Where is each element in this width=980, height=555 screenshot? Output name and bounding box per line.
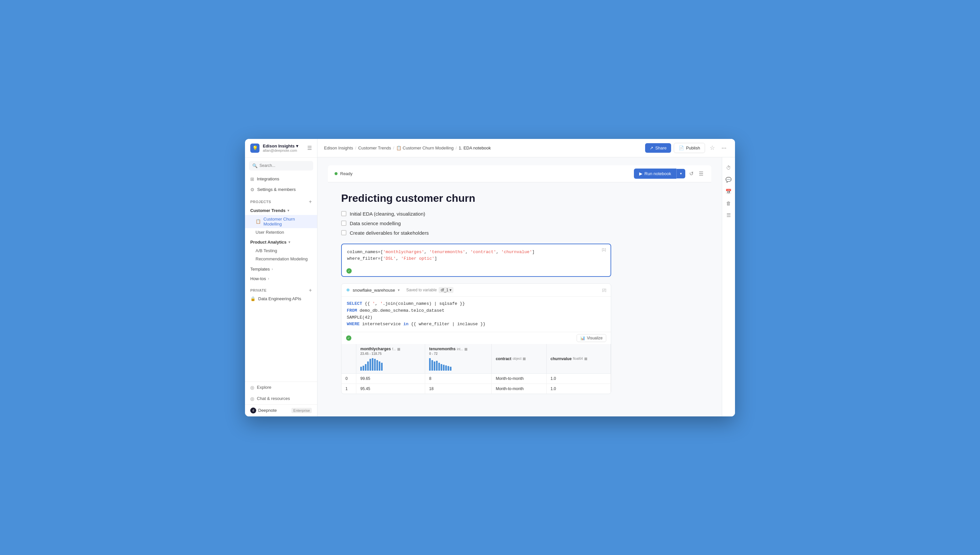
sidebar-item-recommendation[interactable]: Recommendation Modeling	[245, 255, 317, 263]
breadcrumb-customer-trends[interactable]: Customer Trends	[358, 146, 391, 151]
row-churn-0: 1.0	[546, 374, 610, 384]
outline-button[interactable]: ☰	[723, 210, 734, 221]
search-icon: 🔍	[252, 163, 257, 168]
checkbox-deliverables[interactable]	[341, 230, 346, 235]
code-cell-2[interactable]: ❄ snowflake_warehouse ▾ Saved to variabl…	[341, 284, 611, 394]
checkbox-modelling[interactable]	[341, 221, 346, 226]
filter-icon-2[interactable]: ▦	[464, 347, 467, 351]
row-tenure-1: 18	[425, 384, 492, 394]
private-title: PRIVATE	[250, 288, 267, 292]
row-index-1: 1	[342, 384, 356, 394]
sql-line-2: FROM demo_db.demo_schema.telco_dataset	[347, 308, 606, 314]
brand-name: Edison Insights ▾	[263, 144, 298, 148]
row-churn-1: 1.0	[546, 384, 610, 394]
cell-status-bar-1: ✓	[342, 267, 610, 276]
integrations-icon: ⊞	[250, 176, 254, 182]
run-notebook-button[interactable]: ▶ Run notebook	[634, 168, 676, 179]
checkbox-eda[interactable]	[341, 211, 346, 216]
sidebar-item-integrations[interactable]: ⊞ Integrations	[245, 174, 317, 184]
project-group-customer-trends: Customer Trends ▾ 📋 Customer Churn Model…	[245, 206, 317, 236]
breadcrumb-edison[interactable]: Edison Insights	[324, 146, 353, 151]
chevron-right-icon: ›	[272, 267, 273, 271]
notebook-scroll: Ready ▶ Run notebook ▾ ↺ ☰	[317, 157, 722, 416]
notebook-emoji: 📋	[396, 146, 402, 151]
row-monthly-0: 99.65	[356, 374, 425, 384]
warehouse-dropdown-arrow[interactable]: ▾	[398, 288, 400, 292]
customer-trends-header[interactable]: Customer Trends ▾	[245, 206, 317, 215]
notebook-toolbar: Ready ▶ Run notebook ▾ ↺ ☰	[328, 165, 711, 182]
main-content: Edison Insights / Customer Trends / 📋 Cu…	[317, 139, 735, 416]
table-row: 0 99.65 8 Month-to-month 1.0	[342, 374, 611, 384]
refresh-button[interactable]: ↺	[688, 169, 695, 178]
chevron-down-icon: ▾	[288, 209, 289, 212]
history-button[interactable]: ⏱	[723, 163, 734, 173]
col-header-tenuremonths: tenuremonths int... ▦ 0 - 72	[425, 344, 492, 374]
visualize-button[interactable]: 📊 Visualize	[577, 334, 606, 342]
warehouse-label: snowflake_warehouse	[353, 288, 395, 293]
explore-icon: ◎	[250, 385, 254, 390]
code-cell-inner-1: [1] column_names=['monthlycharges', 'ten…	[342, 244, 610, 267]
code-line-1: column_names=['monthlycharges', 'tenurem…	[347, 249, 605, 256]
private-section: PRIVATE +	[245, 284, 317, 295]
code-cell-1[interactable]: [1] column_names=['monthlycharges', 'ten…	[341, 244, 611, 277]
table-header-row: monthlycharges f... ▦ 23.45 - 118.75	[342, 344, 611, 374]
chevron-down-icon: ▾	[288, 240, 290, 244]
brand-info: Edison Insights ▾ allan@deepnote.com	[263, 144, 298, 152]
variable-badge: df_1 ▾	[439, 287, 453, 293]
sidebar-item-user-retention[interactable]: User Retention	[245, 228, 317, 236]
col-header-monthlycharges: monthlycharges f... ▦ 23.45 - 118.75	[356, 344, 425, 374]
notebook-emoji: 📋	[255, 219, 261, 224]
publish-button[interactable]: 📄 Publish	[674, 143, 705, 153]
search-box[interactable]: 🔍	[249, 161, 313, 170]
product-analytics-header[interactable]: Product Analytics ▾	[245, 238, 317, 247]
chevron-right-icon: ›	[268, 277, 269, 281]
sidebar-item-ab-testing[interactable]: A/B Testing	[245, 247, 317, 255]
share-icon: ↗	[650, 146, 653, 151]
col-header-churnvalue: churnvalue float64 ▦	[546, 344, 610, 374]
more-options-button[interactable]: ···	[720, 143, 728, 153]
sidebar-item-explore[interactable]: ◎ Explore	[245, 382, 317, 393]
row-tenure-0: 8	[425, 374, 492, 384]
add-project-button[interactable]: +	[309, 199, 312, 205]
sidebar-menu-icon[interactable]: ☰	[307, 145, 312, 151]
search-input[interactable]	[259, 163, 310, 168]
filter-icon-4[interactable]: ▦	[584, 357, 587, 361]
filter-icon[interactable]: ▦	[397, 347, 400, 351]
sidebar-item-how-tos[interactable]: How-tos ›	[245, 274, 317, 284]
brand[interactable]: 💡 Edison Insights ▾ allan@deepnote.com	[250, 144, 298, 153]
deepnote-brand[interactable]: d Deepnote	[250, 407, 276, 414]
status-indicator: Ready	[334, 171, 353, 176]
monthly-chart	[360, 358, 421, 371]
status-text: Ready	[340, 171, 353, 176]
brand-icon: 💡	[250, 144, 259, 153]
run-dropdown-button[interactable]: ▾	[676, 169, 685, 178]
delete-button[interactable]: 🗑	[723, 198, 734, 209]
filter-icon-3[interactable]: ▦	[522, 357, 525, 361]
checklist-item-deliverables: Create deliverables for stakeholders	[341, 230, 611, 236]
sidebar-item-customer-churn[interactable]: 📋 Customer Churn Modelling	[245, 215, 317, 228]
sidebar: 💡 Edison Insights ▾ allan@deepnote.com ☰…	[245, 139, 317, 416]
tenure-chart	[429, 358, 487, 371]
sql-code: SELECT {{ ', '.join(column_names) | sqls…	[342, 297, 611, 332]
run-btn-group: ▶ Run notebook ▾	[634, 168, 685, 179]
sidebar-item-chat-resources[interactable]: ◎ Chat & resources	[245, 393, 317, 404]
col-header-contract: contract object ▦	[492, 344, 546, 374]
layout-button[interactable]: ☰	[697, 169, 705, 178]
topbar: Edison Insights / Customer Trends / 📋 Cu…	[317, 139, 735, 157]
deepnote-footer: d Deepnote Enterprise	[245, 404, 317, 416]
share-button[interactable]: ↗ Share	[645, 143, 672, 153]
cell-number-2: [2]	[602, 288, 606, 292]
schedule-button[interactable]: 📅	[723, 186, 734, 197]
breadcrumb-customer-churn[interactable]: 📋 Customer Churn Modelling	[396, 146, 453, 151]
sidebar-header: 💡 Edison Insights ▾ allan@deepnote.com ☰	[245, 139, 317, 158]
sidebar-item-settings[interactable]: ⚙ Settings & members	[245, 184, 317, 195]
star-button[interactable]: ☆	[708, 143, 717, 153]
breadcrumb: Edison Insights / Customer Trends / 📋 Cu…	[324, 146, 491, 151]
comments-button[interactable]: 💬	[723, 175, 734, 185]
query-cell-header: ❄ snowflake_warehouse ▾ Saved to variabl…	[342, 284, 611, 297]
sidebar-item-data-engineering[interactable]: 🔒 Data Engineering APIs	[245, 295, 317, 303]
query-result: ✓ 📊 Visualize	[342, 332, 611, 394]
sidebar-item-templates[interactable]: Templates ›	[245, 264, 317, 274]
notebook-title: Predicting customer churn	[341, 192, 611, 204]
add-private-button[interactable]: +	[309, 287, 312, 293]
